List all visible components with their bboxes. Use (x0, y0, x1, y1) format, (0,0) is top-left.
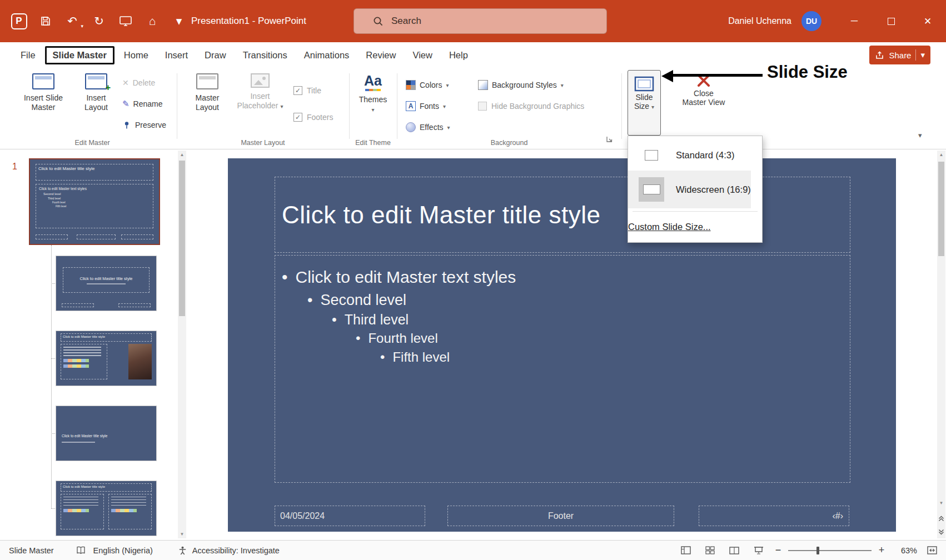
tab-transitions[interactable]: Transitions (236, 47, 295, 64)
body-placeholder[interactable]: •Click to edit Master text styles •Secon… (275, 255, 850, 483)
previous-slide-button[interactable] (937, 513, 945, 524)
menu-divider (633, 211, 758, 212)
fonts-button[interactable]: A Fonts ▾ (406, 99, 446, 113)
user-avatar[interactable]: DU (801, 11, 821, 31)
title-placeholder[interactable]: Click to edit Master title style (275, 177, 850, 253)
menu-item-standard[interactable]: Standard (4:3) (628, 139, 734, 171)
tab-review[interactable]: Review (359, 47, 403, 64)
slide-size-button[interactable]: SlideSize ▾ (628, 70, 661, 136)
footers-checkbox[interactable]: ✓ (293, 113, 302, 122)
home-button[interactable]: ⌂ (141, 9, 163, 33)
scroll-down-icon[interactable]: ▼ (178, 532, 186, 537)
proofing-book-icon[interactable] (76, 546, 86, 554)
status-bar: Slide Master English (Nigeria) Accessibi… (0, 540, 946, 560)
search-box[interactable]: Search (353, 8, 607, 34)
accessibility-status[interactable]: Accessibility: Investigate (192, 546, 280, 555)
insert-slide-master-button[interactable]: Insert SlideMaster (14, 73, 72, 112)
zoom-in-button[interactable]: + (877, 544, 886, 556)
effects-button[interactable]: Effects ▾ (406, 120, 450, 134)
title-checkbox-label: Title (307, 86, 321, 95)
next-slide-button[interactable] (937, 526, 945, 537)
scroll-down-icon[interactable]: ▼ (937, 501, 945, 506)
reading-view-icon[interactable] (729, 547, 739, 554)
thumb-date-placeholder (36, 234, 68, 239)
scroll-up-icon[interactable]: ▲ (937, 152, 945, 157)
background-styles-button[interactable]: Background Styles ▾ (478, 78, 564, 92)
thumb-content-icons (63, 364, 89, 368)
layout-hierarchy-connector (51, 245, 52, 508)
insert-placeholder-button[interactable]: InsertPlaceholder ▾ (233, 73, 287, 111)
master-layout-button[interactable]: MasterLayout (186, 73, 229, 112)
chevron-down-icon: ▾ (176, 14, 182, 28)
slide-canvas[interactable]: Click to edit Master title style •Click … (228, 158, 896, 532)
tab-help[interactable]: Help (442, 47, 475, 64)
tab-insert[interactable]: Insert (158, 47, 195, 64)
insert-layout-icon: + (85, 73, 107, 89)
menu-item-custom-slide-size[interactable]: Custom Slide Size... (628, 214, 711, 239)
close-master-view-button[interactable]: CloseMaster View (673, 72, 735, 107)
minimize-button[interactable]: ─ (836, 0, 873, 42)
redo-button[interactable]: ↻ (88, 9, 110, 33)
user-name[interactable]: Daniel Uchenna (728, 16, 791, 26)
view-indicator[interactable]: Slide Master (9, 546, 54, 555)
rename-button[interactable]: ✎ Rename (122, 97, 163, 111)
insert-layout-button[interactable]: + InsertLayout (76, 73, 117, 112)
menu-item-widescreen[interactable]: Widescreen (16:9) (628, 171, 751, 208)
close-button[interactable]: ✕ (909, 0, 946, 42)
hide-background-graphics-checkbox[interactable] (478, 102, 487, 111)
thumb-layout-title-slide[interactable]: Click to edit Master title style (56, 256, 157, 311)
share-button[interactable]: Share ▾ (869, 46, 930, 64)
tab-home[interactable]: Home (117, 47, 156, 64)
slide-sorter-view-icon[interactable] (705, 546, 715, 554)
home-icon: ⌂ (149, 14, 156, 28)
scrollbar-thumb[interactable] (938, 162, 944, 256)
thumb-master-slide[interactable]: Click to edit Master title style Click t… (29, 158, 160, 245)
zoom-track (788, 550, 872, 552)
accessibility-icon[interactable] (178, 546, 187, 555)
themes-button[interactable]: Aa Themes▾ (355, 73, 391, 114)
thumb-layout-two-content[interactable]: Click to edit Master title style (56, 481, 157, 536)
thumb-layout-section[interactable]: Click to edit Master title style (56, 406, 157, 461)
footers-checkbox-row[interactable]: ✓ Footers (293, 111, 333, 123)
title-checkbox-row[interactable]: ✓ Title (293, 84, 321, 97)
hide-background-graphics-row[interactable]: Hide Background Graphics (478, 100, 584, 112)
date-placeholder[interactable]: 04/05/2024 (275, 506, 425, 526)
footer-placeholder[interactable]: Footer (447, 506, 674, 526)
slideshow-view-icon[interactable] (754, 546, 764, 554)
delete-button[interactable]: ✕ Delete (122, 76, 155, 90)
normal-view-icon[interactable] (681, 546, 691, 554)
insert-slide-master-icon (32, 73, 54, 89)
undo-button[interactable]: ↶▾ (61, 9, 83, 33)
tab-view[interactable]: View (405, 47, 439, 64)
customize-qat-button[interactable]: ▾ (168, 9, 190, 33)
tab-file[interactable]: File (13, 47, 43, 64)
collapse-ribbon-button[interactable]: ▾ (918, 131, 922, 139)
save-button[interactable] (34, 9, 57, 33)
tab-draw[interactable]: Draw (197, 47, 233, 64)
thumbnail-scrollbar[interactable]: ▲ ▼ (178, 151, 186, 538)
colors-button[interactable]: Colors ▾ (406, 78, 449, 92)
zoom-controls: − + (774, 544, 886, 556)
slide-number-placeholder[interactable]: ‹#› (699, 506, 849, 526)
thumb-layout-content[interactable]: Click to edit Master title style (56, 331, 157, 386)
maximize-button[interactable] (873, 0, 909, 42)
zoom-thumb[interactable] (816, 547, 819, 554)
start-slideshow-button[interactable] (114, 9, 137, 33)
vertical-scrollbar[interactable]: ▲ ▼ (937, 151, 945, 538)
zoom-slider[interactable] (788, 546, 872, 555)
tab-animations[interactable]: Animations (297, 47, 357, 64)
title-checkbox[interactable]: ✓ (293, 86, 302, 95)
thumb-title-placeholder: Click to edit Master title style (36, 164, 153, 181)
titlebar-right: Daniel Uchenna DU ─ ✕ (728, 0, 946, 42)
tab-slide-master[interactable]: Slide Master (45, 46, 114, 64)
fit-slide-to-window-icon[interactable] (927, 546, 937, 554)
preserve-button[interactable]: Preserve (122, 118, 166, 132)
chevron-down-icon: ▾ (561, 82, 564, 88)
thumb-photo (128, 344, 152, 379)
scroll-up-icon[interactable]: ▲ (178, 152, 186, 157)
language-indicator[interactable]: English (Nigeria) (93, 546, 153, 555)
scrollbar-thumb[interactable] (179, 161, 185, 316)
chevron-down-icon: ▾ (280, 103, 283, 109)
zoom-out-button[interactable]: − (774, 544, 783, 556)
zoom-level[interactable]: 63% (896, 546, 917, 555)
